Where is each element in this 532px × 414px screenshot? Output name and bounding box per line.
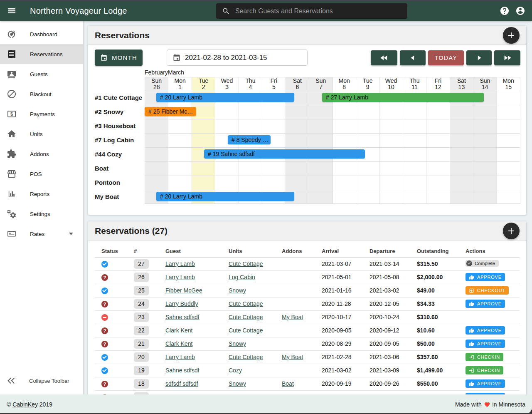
svg-text:$: $ [10, 112, 13, 117]
